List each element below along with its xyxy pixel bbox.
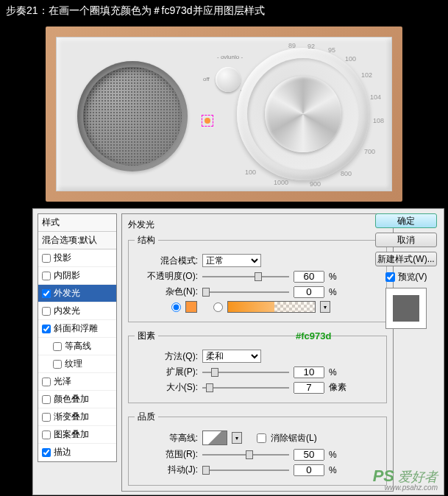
size-input[interactable] <box>294 382 324 394</box>
style-item-1[interactable]: 内阴影 <box>38 267 116 285</box>
preview-label: 预览(V) <box>398 271 427 283</box>
ok-button[interactable]: 确定 <box>375 213 437 228</box>
preview-checkbox[interactable] <box>385 272 395 282</box>
style-label: 光泽 <box>54 375 71 388</box>
style-label: 渐变叠加 <box>54 411 89 423</box>
method-select[interactable]: 柔和 <box>202 350 261 363</box>
dial-num: 900 <box>310 180 321 188</box>
structure-group: 结构 混合模式: 正常 不透明度(O): % 杂色(N): % <box>128 234 387 322</box>
contour-label: 等高线: <box>135 432 198 444</box>
style-checkbox[interactable] <box>42 448 51 457</box>
tuning-dial <box>237 48 369 180</box>
size-slider[interactable] <box>202 383 289 393</box>
blend-mode-label: 混合模式: <box>135 255 198 267</box>
contour-dropdown[interactable]: ▾ <box>232 432 242 444</box>
layer-style-dialog: 样式 混合选项:默认 投影内阴影外发光内发光斜面和浮雕等高线纹理光泽颜色叠加渐变… <box>32 208 444 495</box>
style-checkbox[interactable] <box>42 395 51 404</box>
opacity-label: 不透明度(O): <box>135 270 198 283</box>
unit: % <box>329 465 337 475</box>
style-checkbox[interactable] <box>42 289 51 298</box>
radio-face: off - ovlunlo - max 89 92 95 100 102 104… <box>56 37 392 191</box>
style-item-4[interactable]: 斜面和浮雕 <box>38 320 116 338</box>
style-label: 内阴影 <box>54 269 80 282</box>
panel-title: 外发光 <box>128 219 387 231</box>
gradient-dropdown[interactable]: ▾ <box>320 301 330 313</box>
style-item-8[interactable]: 颜色叠加 <box>38 391 116 408</box>
dial-num: 700 <box>364 148 375 155</box>
style-checkbox[interactable] <box>42 378 51 386</box>
off-label: off <box>203 76 210 82</box>
method-label: 方法(Q): <box>135 350 198 363</box>
noise-slider[interactable] <box>202 287 289 297</box>
brand-label: - ovlunlo - <box>217 54 243 60</box>
style-item-3[interactable]: 内发光 <box>38 302 116 320</box>
opacity-slider[interactable] <box>202 272 289 282</box>
unit: % <box>329 272 337 282</box>
range-input[interactable] <box>294 449 324 461</box>
dial-num: 104 <box>370 93 381 101</box>
blend-options-row[interactable]: 混合选项:默认 <box>38 232 116 249</box>
style-item-9[interactable]: 渐变叠加 <box>38 408 116 426</box>
color-radio[interactable] <box>171 302 181 312</box>
opacity-input[interactable] <box>294 271 324 283</box>
style-label: 颜色叠加 <box>54 393 89 405</box>
antialias-checkbox[interactable] <box>257 433 266 443</box>
style-item-0[interactable]: 投影 <box>38 249 116 267</box>
noise-input[interactable] <box>294 286 324 298</box>
style-checkbox[interactable] <box>42 325 51 333</box>
style-item-2[interactable]: 外发光 <box>38 285 116 302</box>
dial-num: 800 <box>341 170 352 177</box>
color-swatch[interactable] <box>185 301 197 313</box>
dial-num: 100 <box>245 169 256 176</box>
speaker-grille <box>77 61 188 171</box>
spread-input[interactable] <box>294 366 324 378</box>
blend-mode-select[interactable]: 正常 <box>202 254 261 267</box>
cancel-button[interactable]: 取消 <box>375 233 437 247</box>
style-item-10[interactable]: 图案叠加 <box>38 426 116 444</box>
selection-marker <box>202 115 213 127</box>
style-label: 图案叠加 <box>54 428 89 441</box>
dialog-buttons: 确定 取消 新建样式(W)... 预览(V) <box>373 213 439 329</box>
dial-num: 102 <box>361 71 372 79</box>
range-label: 范围(R): <box>135 448 198 461</box>
watermark: PS 爱好者 www.psahz.com <box>373 468 438 492</box>
style-label: 内发光 <box>54 305 80 317</box>
gradient-bar[interactable] <box>227 301 316 313</box>
jitter-slider[interactable] <box>202 465 289 475</box>
quality-group: 品质 等高线: ▾ 消除锯齿(L) 范围(R): % 抖动(J): % <box>128 411 387 486</box>
style-checkbox[interactable] <box>53 342 62 351</box>
small-knob <box>216 67 241 92</box>
style-label: 描边 <box>54 446 71 458</box>
dial-num: 108 <box>373 117 384 124</box>
style-checkbox[interactable] <box>53 360 62 369</box>
dial-num: 1000 <box>274 179 288 186</box>
style-label: 斜面和浮雕 <box>54 322 98 335</box>
gradient-radio[interactable] <box>213 302 223 312</box>
group-legend: 图素 <box>135 330 158 342</box>
contour-picker[interactable] <box>202 431 227 445</box>
style-item-7[interactable]: 光泽 <box>38 373 116 391</box>
radio-illustration: off - ovlunlo - max 89 92 95 100 102 104… <box>46 26 402 202</box>
group-legend: 品质 <box>135 411 158 423</box>
unit: % <box>329 367 337 378</box>
new-style-button[interactable]: 新建样式(W)... <box>375 252 437 266</box>
style-checkbox[interactable] <box>42 431 51 439</box>
dial-num: 89 <box>288 42 296 49</box>
range-slider[interactable] <box>202 450 289 460</box>
style-checkbox[interactable] <box>42 413 51 422</box>
style-checkbox[interactable] <box>42 307 51 316</box>
style-item-5[interactable]: 等高线 <box>38 338 116 355</box>
style-label: 外发光 <box>54 287 80 300</box>
style-list-header[interactable]: 样式 <box>38 214 116 232</box>
hex-annotation: #fc973d <box>296 330 331 341</box>
jitter-input[interactable] <box>294 464 324 476</box>
spread-slider[interactable] <box>202 367 289 378</box>
elements-group: 图素 方法(Q): 柔和 扩展(P): % 大小(S): 像素 <box>128 330 387 403</box>
style-checkbox[interactable] <box>42 272 51 280</box>
dial-num: 92 <box>307 43 315 50</box>
style-item-11[interactable]: 描边 <box>38 444 116 461</box>
style-item-6[interactable]: 纹理 <box>38 355 116 373</box>
dial-num: 100 <box>345 55 356 63</box>
outer-glow-panel: 外发光 结构 混合模式: 正常 不透明度(O): % 杂色(N): % <box>121 213 394 492</box>
style-checkbox[interactable] <box>42 254 51 263</box>
